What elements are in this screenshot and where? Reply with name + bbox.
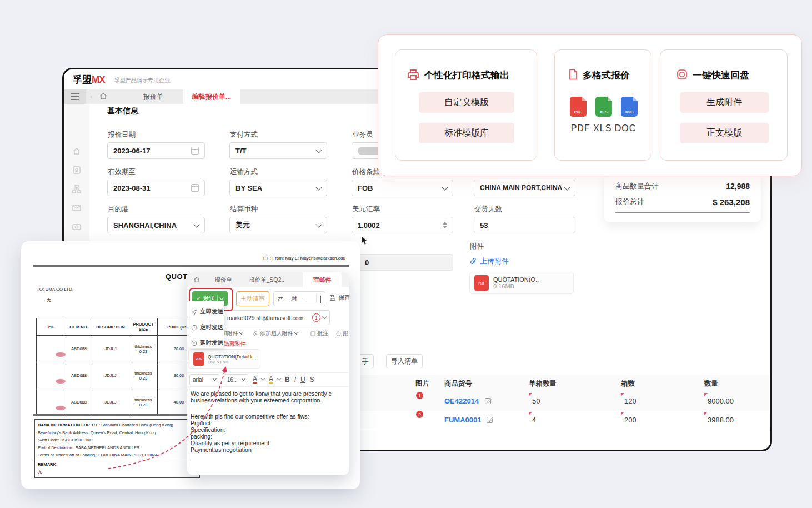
send-now-icon bbox=[191, 309, 197, 315]
cell-marker bbox=[529, 393, 532, 396]
per-box-value[interactable]: 4 bbox=[532, 416, 536, 424]
upload-attachment-link[interactable]: 上传附件 bbox=[469, 256, 509, 266]
price-terms-select[interactable]: FOB bbox=[352, 180, 453, 196]
doc-header-line: T: F: From: May E: Mayens@clarkson.edu bbox=[263, 256, 346, 261]
delivery-days-input[interactable]: 53 bbox=[474, 217, 575, 233]
summary-total-label: 报价总计 bbox=[615, 197, 644, 207]
summary-card: 商品数量合计 12,988 报价总计 $ 263,208 bbox=[604, 173, 761, 222]
mail-tab-quote[interactable]: 报价单 bbox=[205, 272, 242, 287]
sidebar-orgtree-icon[interactable] bbox=[71, 183, 82, 195]
boxes-value[interactable]: 200 bbox=[624, 416, 636, 424]
tab-edit-quote[interactable]: 编辑报价单... bbox=[183, 89, 240, 104]
doc-to-line: TO: UMA CO LTD, bbox=[37, 287, 73, 292]
one-to-one-select[interactable]: ⇄ 一对一 bbox=[273, 291, 325, 306]
standard-template-button[interactable]: 标准模版库 bbox=[419, 123, 514, 143]
font-family-select[interactable]: arial bbox=[189, 374, 219, 385]
chevron-down-icon bbox=[239, 331, 243, 335]
callout-card-print: 个性化打印格式输出 自定义模版 标准模版库 bbox=[395, 49, 537, 161]
generate-attachment-button[interactable]: 生成附件 bbox=[680, 92, 769, 113]
payment-select[interactable]: T/T bbox=[229, 142, 327, 159]
cell-marker bbox=[621, 412, 624, 415]
recipient-field[interactable]: market029.sh@fumasoft.com 1 bbox=[223, 310, 330, 325]
usd-rate-stepper[interactable]: 1.0002 bbox=[352, 217, 453, 233]
boxes-value[interactable]: 120 bbox=[624, 397, 636, 405]
currency-select[interactable]: 美元 bbox=[229, 217, 327, 233]
attachment-name: QUOTATION(O.. bbox=[493, 276, 539, 283]
sidebar-mail-icon[interactable] bbox=[71, 202, 82, 213]
font-toolbar: arial 16.. A A B I U S bbox=[187, 372, 349, 387]
import-list-button[interactable]: 导入清单 bbox=[386, 354, 423, 368]
summary-underline bbox=[615, 212, 750, 213]
home-icon[interactable] bbox=[193, 276, 201, 283]
screen: 孚盟MX 孚盟产品演示专用企业 ‹ 报价单 编辑报价单... 基本信息 bbox=[0, 0, 812, 508]
chevron-down-icon bbox=[242, 377, 245, 381]
font-size-select[interactable]: 16.. bbox=[224, 374, 248, 385]
menu-send-now[interactable]: 立即发送 bbox=[191, 308, 223, 316]
mail-tab-quote-sq2[interactable]: 报价单_SQ2.. bbox=[243, 272, 290, 287]
sidebar-contacts-icon[interactable] bbox=[71, 165, 82, 176]
qty-value[interactable]: 9000.00 bbox=[708, 397, 734, 405]
callout-card-formats: 多格式报价 PDF XLS DOC PDF XLS DOC bbox=[554, 49, 651, 161]
edit-icon[interactable] bbox=[486, 416, 494, 424]
stepper-icons[interactable] bbox=[443, 222, 447, 228]
quotation-attachment-card[interactable]: PDF QUOTATION(O.. 0.16MB bbox=[469, 272, 574, 294]
sidebar-camera-icon[interactable] bbox=[71, 221, 82, 232]
loading-port-select[interactable]: CHINA MAIN PORT,CHINA bbox=[474, 180, 575, 196]
tab-quote-list[interactable]: 报价单 bbox=[123, 89, 183, 104]
summary-total-value: $ 263,208 bbox=[713, 197, 750, 207]
add-large-attachment-button[interactable]: 添加超大附件 bbox=[253, 330, 298, 337]
product-no-link[interactable]: FUMA0001 bbox=[444, 416, 481, 424]
mail-body[interactable]: We are pleased to get to konw that you a… bbox=[191, 390, 346, 453]
menu-send-scheduled[interactable]: 定时发送 bbox=[191, 323, 223, 331]
hide-attachments-link[interactable]: 隐藏附件 bbox=[224, 340, 246, 348]
transport-select[interactable]: BY SEA bbox=[229, 180, 327, 196]
menu-send-delayed[interactable]: 延时发送 bbox=[191, 339, 223, 347]
transport-label: 运输方式 bbox=[230, 167, 258, 177]
mail-attachment-card[interactable]: PDF QUOTATION(Detail li.. 162.63 KB bbox=[188, 349, 260, 369]
chevron-down-icon bbox=[294, 331, 298, 335]
italic-button[interactable]: I bbox=[294, 376, 296, 384]
card-title: 一键快速回盘 bbox=[693, 69, 749, 82]
mail-tab-compose[interactable]: 写邮件 bbox=[303, 272, 342, 287]
edit-icon[interactable] bbox=[484, 397, 492, 405]
dest-port-select[interactable]: SHANGHAI,CHINA bbox=[107, 217, 205, 233]
home-tab[interactable] bbox=[98, 91, 108, 101]
annotate-button[interactable]: 批注 bbox=[310, 330, 328, 337]
per-box-value[interactable]: 50 bbox=[532, 397, 540, 405]
chevron-down-icon bbox=[315, 184, 322, 190]
highlight-button[interactable]: A bbox=[269, 376, 273, 384]
attachments-label: 附件 bbox=[470, 242, 484, 251]
custom-template-button[interactable]: 自定义模版 bbox=[419, 92, 514, 113]
save-button[interactable]: 保存 bbox=[329, 293, 349, 302]
doc-to-line2: 无 bbox=[47, 297, 51, 303]
bold-button[interactable]: B bbox=[285, 376, 290, 384]
underline-button[interactable]: U bbox=[300, 376, 305, 384]
valid-until-label: 有效期至 bbox=[108, 167, 136, 177]
strikethrough-button[interactable]: S bbox=[310, 376, 314, 384]
hamburger-icon bbox=[71, 96, 79, 97]
doc-row: ABD688 JDJLJ thickness0.23 30.00 bbox=[37, 362, 201, 389]
delivery-days-label: 交货天数 bbox=[474, 205, 502, 214]
collapse-menu-button[interactable] bbox=[64, 89, 86, 104]
font-color-button[interactable]: A bbox=[253, 376, 257, 384]
callout-card-reply: 一键快速回盘 生成附件 正文模版 bbox=[660, 49, 788, 161]
valid-until-input[interactable]: 2023-08-31 bbox=[107, 180, 205, 196]
follow-button-partial[interactable]: 跟 bbox=[336, 330, 348, 337]
save-icon bbox=[329, 295, 336, 301]
add-attachment-button[interactable]: 加附件 bbox=[222, 330, 243, 337]
request-review-button[interactable]: 主动请审 bbox=[236, 291, 269, 306]
disabled-amount-field: 0 bbox=[344, 254, 453, 271]
delay-icon bbox=[191, 340, 197, 346]
quote-date-input[interactable]: 2023-06-17 bbox=[107, 142, 205, 159]
price-terms-label: 价格条款 bbox=[352, 167, 380, 177]
mail-compose-window: 报价单 报价单_SQ2.. 写邮件 ✓ 发送 主动请审 ⇄ 一对一 保存 mar… bbox=[187, 272, 349, 475]
doc-file-icon: DOC bbox=[621, 97, 638, 117]
sidebar-home-icon[interactable] bbox=[71, 146, 82, 157]
chevron-down-icon bbox=[315, 147, 322, 153]
usd-rate-label: 美元汇率 bbox=[352, 205, 380, 214]
qty-value[interactable]: 3988.00 bbox=[708, 416, 734, 424]
product-no-link[interactable]: OE422014 bbox=[444, 397, 479, 405]
body-template-button[interactable]: 正文模版 bbox=[680, 123, 769, 143]
back-icon[interactable]: ‹ bbox=[90, 92, 92, 101]
note-icon bbox=[310, 331, 315, 336]
